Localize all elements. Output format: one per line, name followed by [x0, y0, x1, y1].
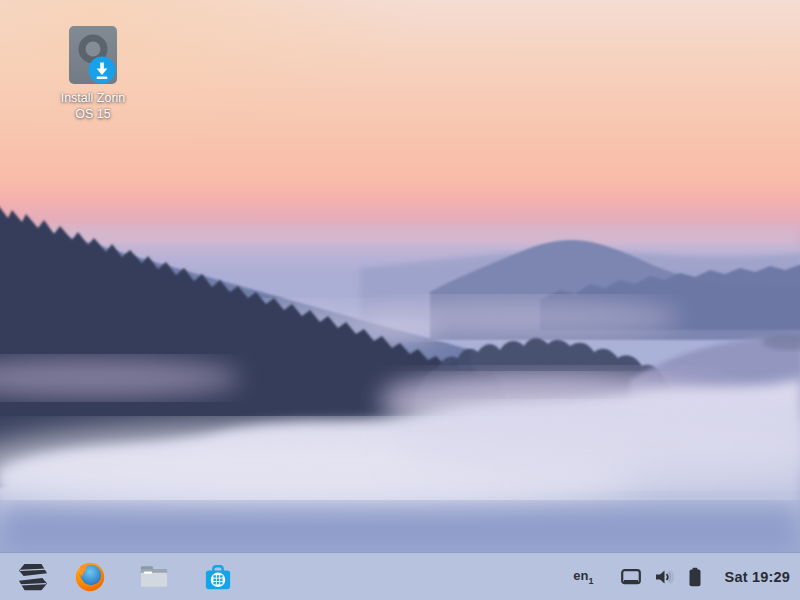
system-tray: en1 Sa	[573, 567, 790, 587]
zorin-menu-button[interactable]	[8, 555, 58, 599]
files-launcher-button[interactable]	[122, 555, 186, 599]
display-icon	[621, 569, 641, 585]
software-launcher-button[interactable]	[186, 555, 250, 599]
desktop-icon-label: Install Zorin OS 15	[49, 90, 137, 122]
keyboard-layout-indicator[interactable]: en1	[573, 568, 593, 586]
firefox-launcher-button[interactable]	[58, 555, 122, 599]
file-manager-icon	[139, 563, 169, 590]
desktop-surface[interactable]: Install Zorin OS 15	[0, 0, 800, 600]
zorin-logo-icon	[16, 562, 50, 592]
battery-icon	[688, 567, 702, 587]
software-store-icon	[203, 563, 233, 591]
clock[interactable]: Sat 19:29	[725, 569, 790, 585]
download-arrow-badge-icon	[88, 56, 116, 84]
taskbar: en1 Sa	[0, 552, 800, 600]
firefox-browser-icon	[75, 562, 105, 592]
display-settings-button[interactable]	[621, 569, 641, 585]
battery-button[interactable]	[688, 567, 702, 587]
volume-icon	[654, 568, 675, 586]
volume-button[interactable]	[654, 568, 675, 586]
install-zorin-desktop-icon[interactable]: Install Zorin OS 15	[49, 26, 137, 122]
